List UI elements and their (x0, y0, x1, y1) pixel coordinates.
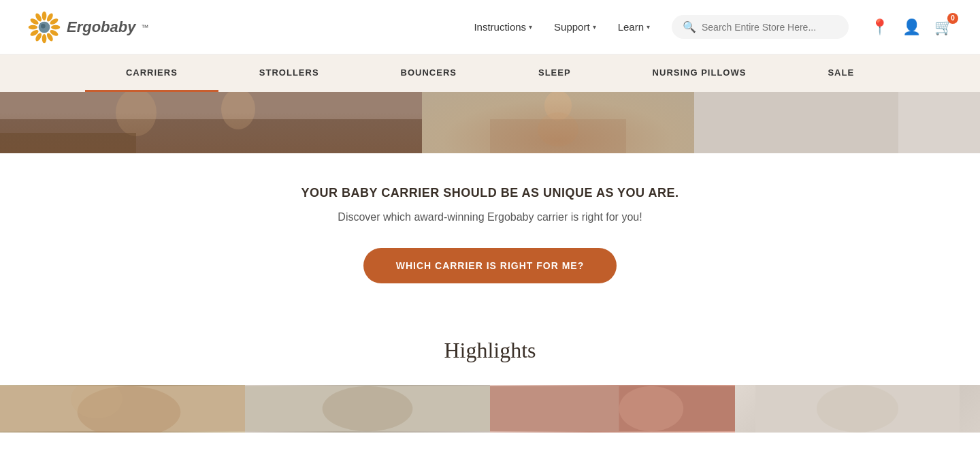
svg-point-6 (42, 34, 47, 43)
chevron-down-icon: ▾ (593, 23, 596, 31)
category-sleep[interactable]: SLEEP (497, 54, 612, 92)
hero-banner (0, 92, 980, 153)
chevron-down-icon: ▾ (529, 23, 532, 31)
tagline-subheading: Discover which award-winning Ergobaby ca… (14, 211, 966, 223)
category-nursing-pillows[interactable]: NURSING PILLOWS (612, 54, 787, 92)
svg-point-0 (42, 11, 47, 20)
cart-icon[interactable]: 🛒 0 (934, 18, 953, 36)
category-strollers[interactable]: STROLLERS (218, 54, 360, 92)
svg-rect-19 (422, 92, 694, 153)
svg-point-32 (619, 386, 683, 431)
hero-image-left (0, 92, 422, 153)
main-content: YOUR BABY CARRIER SHOULD BE AS UNIQUE AS… (0, 153, 980, 324)
highlight-img-3 (490, 385, 735, 433)
svg-point-29 (323, 386, 413, 431)
highlight-card-3[interactable] (490, 385, 735, 433)
svg-rect-22 (490, 119, 626, 153)
svg-rect-14 (0, 92, 422, 153)
category-sale[interactable]: SALE (787, 54, 895, 92)
nav-instructions[interactable]: Instructions ▾ (474, 21, 532, 33)
highlight-img-1 (0, 385, 245, 433)
svg-point-16 (116, 92, 157, 136)
cart-badge: 0 (947, 13, 958, 24)
hero-image-center (422, 92, 694, 153)
location-icon[interactable]: 📍 (870, 18, 889, 36)
nav-support[interactable]: Support ▾ (554, 21, 596, 33)
svg-point-20 (544, 92, 572, 121)
svg-point-21 (538, 112, 578, 146)
category-carriers[interactable]: CARRIERS (85, 54, 218, 92)
highlight-img-4 (735, 385, 980, 433)
highlight-img-2 (245, 385, 490, 433)
highlights-grid (0, 385, 980, 433)
svg-rect-24 (898, 92, 980, 153)
category-bouncers[interactable]: BOUNCERS (360, 54, 497, 92)
search-input[interactable] (702, 22, 838, 33)
account-icon[interactable]: 👤 (902, 18, 921, 36)
logo-text: Ergobaby (67, 18, 135, 36)
search-icon: 🔍 (683, 20, 696, 33)
header-icons: 📍 👤 🛒 0 (870, 18, 953, 36)
site-header: Ergobaby ™ Instructions ▾ Support ▾ Lear… (0, 0, 980, 54)
svg-point-17 (221, 92, 255, 129)
search-bar[interactable]: 🔍 (672, 15, 849, 39)
hero-image-right (694, 92, 980, 153)
tagline-heading: YOUR BABY CARRIER SHOULD BE AS UNIQUE AS… (14, 186, 966, 200)
logo-icon (27, 10, 61, 44)
chevron-down-icon: ▾ (647, 23, 650, 31)
cta-button[interactable]: WHICH CARRIER IS RIGHT FOR ME? (363, 248, 617, 283)
nav-learn[interactable]: Learn ▾ (618, 21, 650, 33)
svg-rect-15 (0, 119, 422, 153)
highlights-title: Highlights (0, 338, 980, 363)
logo[interactable]: Ergobaby ™ (27, 10, 148, 44)
svg-point-3 (51, 25, 60, 29)
category-nav: CARRIERS STROLLERS BOUNCERS SLEEP NURSIN… (0, 54, 980, 92)
highlight-card-1[interactable] (0, 385, 245, 433)
svg-point-34 (817, 385, 898, 433)
logo-trademark: ™ (141, 23, 148, 31)
svg-point-13 (41, 24, 46, 29)
svg-rect-18 (0, 133, 136, 153)
svg-point-9 (29, 25, 37, 29)
hero-img-right-svg (694, 92, 980, 153)
hero-img-center-svg (422, 92, 694, 153)
header-nav: Instructions ▾ Support ▾ Learn ▾ 🔍 📍 👤 🛒… (474, 15, 953, 39)
highlights-section: Highlights (0, 324, 980, 433)
hero-img-left-svg (0, 92, 422, 153)
highlight-card-2[interactable] (245, 385, 490, 433)
highlight-card-4[interactable] (735, 385, 980, 433)
